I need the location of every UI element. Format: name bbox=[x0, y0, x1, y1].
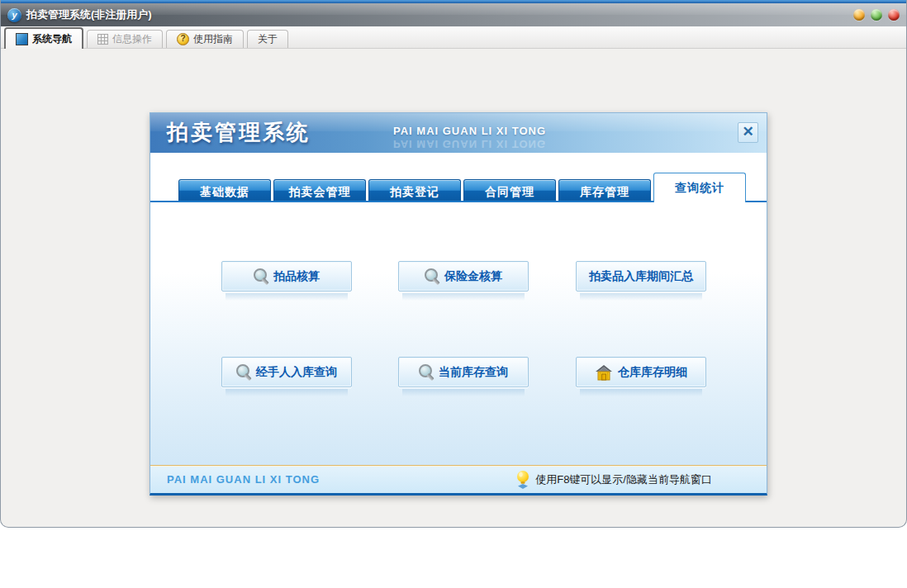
auction-item-inbound-period-summary-button[interactable]: 拍卖品入库期间汇总 bbox=[576, 261, 706, 292]
button-label: 拍品核算 bbox=[273, 269, 320, 284]
button-label: 保险金核算 bbox=[444, 269, 502, 284]
button-label: 拍卖品入库期间汇总 bbox=[589, 269, 693, 284]
footer-brand-text: PAI MAI GUAN LI XI TONG bbox=[167, 473, 320, 486]
magnifier-icon bbox=[236, 363, 254, 382]
minimize-button[interactable] bbox=[853, 9, 865, 21]
current-inventory-query-button[interactable]: 当前库存查询 bbox=[398, 357, 529, 387]
tab-auction-meeting-management[interactable]: 拍卖会管理 bbox=[273, 179, 366, 202]
handler-inbound-query-button[interactable]: 经手人入库查询 bbox=[221, 357, 352, 387]
navigation-icon bbox=[16, 33, 28, 45]
grid-icon bbox=[97, 34, 108, 45]
warehouse-inventory-detail-button[interactable]: 仓库库存明细 bbox=[576, 357, 706, 387]
magnifier-icon bbox=[425, 268, 442, 286]
dialog-close-icon[interactable]: ✕ bbox=[738, 122, 758, 143]
app-logo-icon: y bbox=[7, 8, 21, 22]
window-title: 拍卖管理系统(非注册用户) bbox=[26, 7, 152, 22]
dialog-subtitle-reflection: PAI MAI GUAN LI XI TONG bbox=[393, 138, 546, 150]
deposit-accounting-button[interactable]: 保险金核算 bbox=[398, 261, 529, 292]
dialog-tab-strip: 基础数据 拍卖会管理 拍卖登记 合同管理 库存管理 查询统计 bbox=[150, 171, 767, 202]
lightbulb-icon bbox=[515, 470, 530, 490]
tab-about[interactable]: 关于 bbox=[247, 30, 288, 48]
tab-info-operations[interactable]: 信息操作 bbox=[87, 30, 163, 48]
tab-query-statistics[interactable]: 查询统计 bbox=[653, 173, 746, 202]
tab-label: 使用指南 bbox=[193, 32, 233, 46]
footer-tip-text: 使用F8键可以显示/隐藏当前导航窗口 bbox=[535, 472, 712, 487]
dialog-footer: PAI MAI GUAN LI XI TONG 使用F8键可以显示/隐藏当前导航… bbox=[150, 465, 767, 493]
main-tab-bar: 系统导航 信息操作 ? 使用指南 关于 bbox=[1, 26, 906, 49]
tab-basic-data[interactable]: 基础数据 bbox=[178, 179, 271, 202]
tab-contract-management[interactable]: 合同管理 bbox=[463, 179, 556, 202]
tab-inventory-management[interactable]: 库存管理 bbox=[558, 179, 651, 202]
close-button[interactable] bbox=[888, 9, 900, 21]
tab-system-navigation[interactable]: 系统导航 bbox=[4, 27, 83, 49]
tab-label: 关于 bbox=[258, 32, 278, 46]
maximize-button[interactable] bbox=[871, 9, 882, 21]
footer-tip: 使用F8键可以显示/隐藏当前导航窗口 bbox=[515, 470, 712, 490]
magnifier-icon bbox=[254, 268, 271, 286]
window-controls bbox=[853, 9, 900, 21]
question-icon: ? bbox=[177, 33, 189, 45]
warehouse-icon bbox=[595, 364, 613, 381]
magnifier-icon bbox=[419, 363, 436, 382]
lot-accounting-button[interactable]: 拍品核算 bbox=[221, 261, 352, 292]
dialog-header: 拍卖管理系统 PAI MAI GUAN LI XI TONG PAI MAI G… bbox=[150, 113, 767, 153]
tab-label: 信息操作 bbox=[112, 32, 152, 46]
title-bar[interactable]: y 拍卖管理系统(非注册用户) bbox=[1, 3, 906, 26]
button-label: 仓库库存明细 bbox=[618, 365, 687, 380]
tab-label: 系统导航 bbox=[32, 32, 72, 46]
button-label: 当前库存查询 bbox=[439, 365, 508, 380]
tab-user-guide[interactable]: ? 使用指南 bbox=[166, 30, 244, 48]
dialog-subtitle: PAI MAI GUAN LI XI TONG bbox=[393, 125, 546, 137]
button-label: 经手人入库查询 bbox=[256, 365, 337, 380]
tab-auction-registration[interactable]: 拍卖登记 bbox=[368, 179, 461, 202]
dialog-title: 拍卖管理系统 bbox=[167, 118, 311, 147]
navigation-dialog: 拍卖管理系统 PAI MAI GUAN LI XI TONG PAI MAI G… bbox=[150, 112, 767, 496]
